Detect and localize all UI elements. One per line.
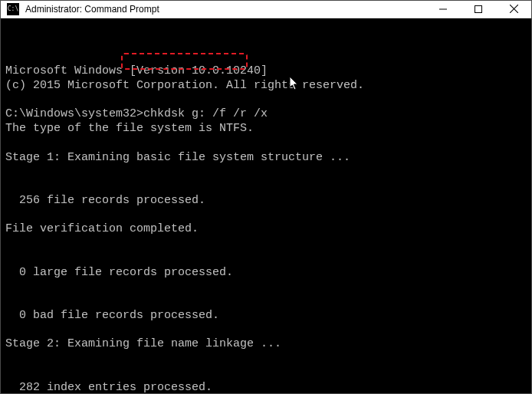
console-line: File verification completed. xyxy=(5,222,527,237)
console-line: C:\Windows\system32>chkdsk g: /f /r /x xyxy=(5,107,527,122)
console-output[interactable]: Microsoft Windows [Version 10.0.10240](c… xyxy=(1,18,531,393)
console-line xyxy=(5,294,527,309)
app-icon xyxy=(7,3,19,15)
console-line: 0 large file records processed. xyxy=(5,266,527,281)
window-title: Administrator: Command Prompt xyxy=(24,4,425,15)
console-line: Microsoft Windows [Version 10.0.10240] xyxy=(5,64,527,79)
console-line xyxy=(5,136,527,151)
titlebar[interactable]: Administrator: Command Prompt xyxy=(1,1,531,18)
svg-rect-1 xyxy=(475,5,482,12)
console-line: (c) 2015 Microsoft Corporation. All righ… xyxy=(5,79,527,94)
close-button[interactable] xyxy=(496,1,531,18)
console-line: 282 index entries processed. xyxy=(5,381,527,393)
console-line: 0 bad file records processed. xyxy=(5,309,527,323)
console-line xyxy=(5,280,527,294)
console-line: Stage 2: Examining file name linkage ... xyxy=(5,337,527,352)
window-controls xyxy=(425,1,531,18)
console-line xyxy=(5,94,527,108)
minimize-button[interactable] xyxy=(425,1,461,18)
console-line xyxy=(5,251,527,266)
console-line xyxy=(5,237,527,251)
console-line xyxy=(5,165,527,179)
console-line xyxy=(5,179,527,194)
console-line: The type of the file system is NTFS. xyxy=(5,122,527,136)
console-line: Stage 1: Examining basic file system str… xyxy=(5,151,527,166)
console-line xyxy=(5,352,527,366)
command-prompt-window: Administrator: Command Prompt Microsoft … xyxy=(0,0,532,394)
console-line xyxy=(5,208,527,223)
maximize-button[interactable] xyxy=(461,1,496,18)
console-line: 256 file records processed. xyxy=(5,194,527,208)
console-line xyxy=(5,366,527,381)
console-line xyxy=(5,323,527,338)
